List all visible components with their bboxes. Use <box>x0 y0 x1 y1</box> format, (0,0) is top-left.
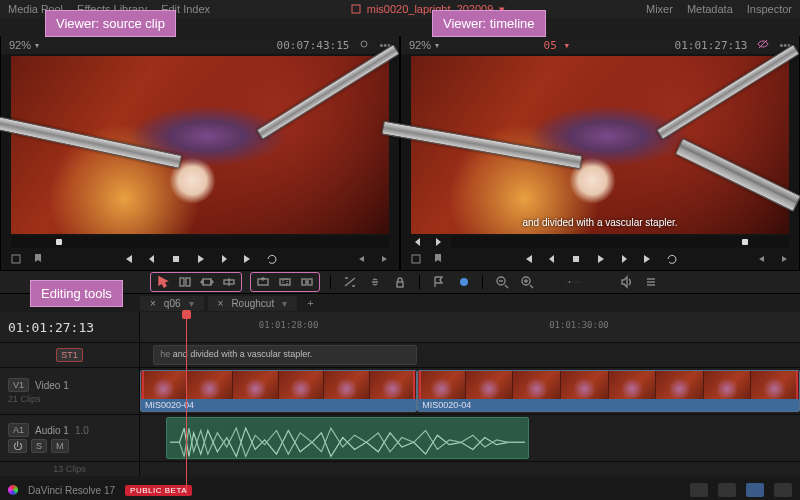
dynamic-trim-icon[interactable] <box>198 274 216 290</box>
tl-title[interactable]: 05 ▾ <box>544 39 571 52</box>
insert-clip-icon[interactable] <box>254 274 272 290</box>
zoom-out-icon[interactable] <box>493 274 510 290</box>
page-fusion-icon[interactable] <box>774 483 792 497</box>
tl-skip-fwd-icon[interactable] <box>431 235 445 249</box>
tl-prev-icon[interactable] <box>545 252 559 266</box>
src-first-icon[interactable] <box>121 252 135 266</box>
v1-badge[interactable]: V1 <box>8 378 29 392</box>
a1-mute-button[interactable]: M <box>51 439 69 453</box>
svg-rect-5 <box>412 255 420 263</box>
tl-last-icon[interactable] <box>641 252 655 266</box>
src-timecode: 00:07:43:15 <box>277 39 350 52</box>
audio-clip[interactable] <box>166 417 529 459</box>
svg-rect-2 <box>12 255 20 263</box>
src-next-icon[interactable] <box>217 252 231 266</box>
volume-icon[interactable] <box>617 274 634 290</box>
tl-bypass-icon[interactable] <box>757 39 769 51</box>
insert-group <box>250 272 320 292</box>
tl-transport <box>401 248 799 270</box>
video-clip-b[interactable]: MIS0020-04 <box>417 370 800 412</box>
svg-rect-14 <box>283 279 287 285</box>
a1-clip-count: 13 Clips <box>53 464 86 474</box>
src-stop-icon[interactable] <box>169 252 183 266</box>
tl-play-icon[interactable] <box>593 252 607 266</box>
src-autofocus-icon[interactable] <box>359 39 369 51</box>
video-clip-a[interactable]: MIS0020-04 <box>140 370 417 412</box>
timeline-tab-b[interactable]: ×Roughcut▾ <box>208 296 298 311</box>
svg-rect-8 <box>186 278 190 286</box>
transition-icon[interactable] <box>341 274 358 290</box>
link-icon[interactable] <box>366 274 383 290</box>
tl-screen[interactable]: and divided with a vascular stapler. <box>411 56 789 234</box>
a1-channels: 1.0 <box>75 425 89 436</box>
svg-point-1 <box>361 41 367 47</box>
svg-rect-9 <box>203 279 211 285</box>
blade-tool-icon[interactable] <box>220 274 238 290</box>
v1-name: Video 1 <box>35 380 69 391</box>
page-cut-icon[interactable] <box>718 483 736 497</box>
src-transport <box>1 248 399 270</box>
src-scrubber[interactable] <box>11 236 389 248</box>
add-timeline-icon[interactable]: + <box>301 297 319 309</box>
zoom-in-icon[interactable] <box>519 274 536 290</box>
page-media-icon[interactable] <box>690 483 708 497</box>
page-edit-icon[interactable] <box>746 483 764 497</box>
svg-rect-0 <box>352 5 360 13</box>
beta-badge: PUBLIC BETA <box>125 485 192 496</box>
src-loop-icon[interactable] <box>265 252 279 266</box>
tl-out-icon[interactable] <box>777 252 791 266</box>
timeline-tab-a[interactable]: ×q06▾ <box>140 296 204 311</box>
timeline-options-icon[interactable] <box>643 274 660 290</box>
menu-mixer[interactable]: Mixer <box>646 3 673 15</box>
a1-solo-button[interactable]: S <box>31 439 47 453</box>
tl-zoom[interactable]: 92% ▾ <box>409 39 439 51</box>
src-match-frame-icon[interactable] <box>9 252 23 266</box>
marker-dropdown-icon[interactable] <box>455 274 472 290</box>
master-timecode: 01:01:27:13 <box>8 320 131 335</box>
tl-next-icon[interactable] <box>617 252 631 266</box>
menu-inspector[interactable]: Inspector <box>747 3 792 15</box>
subtitle-track: ST1 he and divided with a vascular stapl… <box>0 342 800 367</box>
resolve-logo-icon <box>8 485 18 495</box>
source-viewer: 92% ▾ 00:07:43:15 ••• <box>0 36 400 270</box>
playhead[interactable] <box>186 312 187 492</box>
annotation-tools: Editing tools <box>30 280 123 307</box>
st1-badge[interactable]: ST1 <box>56 348 83 362</box>
svg-rect-17 <box>397 282 403 287</box>
svg-rect-15 <box>302 279 306 285</box>
a1-lock-icon[interactable]: ⏻ <box>8 439 27 453</box>
tl-skip-back-icon[interactable] <box>411 235 425 249</box>
tl-marker-icon[interactable] <box>431 252 445 266</box>
subtitle-clip[interactable]: he and divided with a vascular stapler. <box>153 345 417 365</box>
src-prev-icon[interactable] <box>145 252 159 266</box>
timeline-panel: 01:01:27:13 01:01:28:00 01:01:30:00 ST1 … <box>0 312 800 476</box>
src-play-icon[interactable] <box>193 252 207 266</box>
edit-mode-group <box>150 272 242 292</box>
menu-metadata[interactable]: Metadata <box>687 3 733 15</box>
annotation-timeline: Viewer: timeline <box>432 10 546 37</box>
src-zoom[interactable]: 92% ▾ <box>9 39 39 51</box>
zoom-slider[interactable] <box>544 274 602 290</box>
timeline-viewer: 92% ▾ 05 ▾ 01:01:27:13 ••• and divided w… <box>400 36 800 270</box>
arrow-tool-icon[interactable] <box>154 274 172 290</box>
flag-icon[interactable] <box>430 274 447 290</box>
time-ruler[interactable]: 01:01:28:00 01:01:30:00 <box>140 312 800 342</box>
tl-loop-icon[interactable] <box>665 252 679 266</box>
app-name: DaVinci Resolve 17 <box>28 485 115 496</box>
trim-tool-icon[interactable] <box>176 274 194 290</box>
svg-point-21 <box>568 281 569 282</box>
src-in-icon[interactable] <box>355 252 369 266</box>
annotation-source: Viewer: source clip <box>45 10 176 37</box>
lock-icon[interactable] <box>392 274 409 290</box>
tl-in-icon[interactable] <box>755 252 769 266</box>
tl-first-icon[interactable] <box>521 252 535 266</box>
tl-match-frame-icon[interactable] <box>409 252 423 266</box>
a1-badge[interactable]: A1 <box>8 423 29 437</box>
src-last-icon[interactable] <box>241 252 255 266</box>
src-screen[interactable] <box>11 56 389 234</box>
src-out-icon[interactable] <box>377 252 391 266</box>
overwrite-clip-icon[interactable] <box>276 274 294 290</box>
src-marker-icon[interactable] <box>31 252 45 266</box>
tl-stop-icon[interactable] <box>569 252 583 266</box>
replace-clip-icon[interactable] <box>298 274 316 290</box>
